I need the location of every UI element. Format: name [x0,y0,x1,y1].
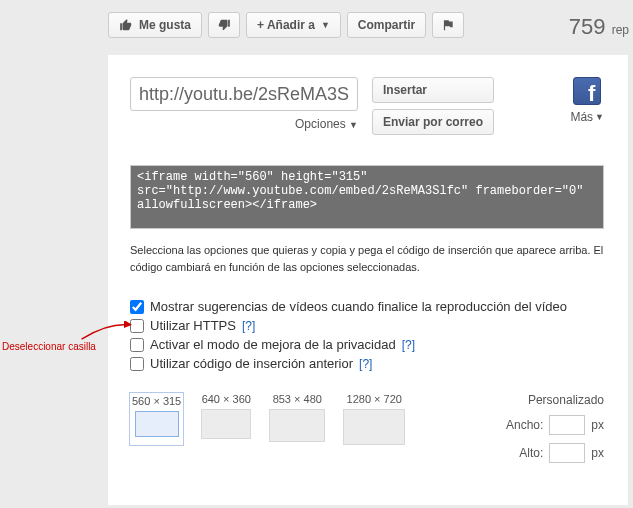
options-link[interactable]: Opciones ▼ [130,117,358,131]
option-privacy-mode[interactable]: Activar el modo de mejora de la privacid… [130,337,604,352]
size-thumb [269,409,325,442]
facebook-icon [573,77,601,105]
insert-button[interactable]: Insertar [372,77,494,103]
view-count-number: 759 [569,14,606,39]
like-button[interactable]: Me gusta [108,12,202,38]
checkbox-old-code[interactable] [130,357,144,371]
more-link[interactable]: Más ▼ [570,110,604,124]
size-option[interactable]: 560 × 315 [130,393,183,445]
view-count: 759 rep [569,14,629,40]
flag-button[interactable] [432,12,464,38]
size-label: 560 × 315 [132,395,181,407]
add-to-label: + Añadir a [257,18,315,32]
height-input[interactable] [549,443,585,463]
like-label: Me gusta [139,18,191,32]
width-label: Ancho: [506,418,543,432]
size-label: 1280 × 720 [343,393,405,405]
chevron-down-icon: ▼ [321,20,330,30]
share-panel: Opciones ▼ Insertar Enviar por correo Má… [108,55,628,505]
size-thumb [201,409,251,439]
checkbox-use-https[interactable] [130,319,144,333]
help-icon[interactable]: [?] [402,338,415,352]
width-input[interactable] [549,415,585,435]
chevron-down-icon: ▼ [595,112,604,122]
annotation-text: Deseleccionar casilla [2,341,96,352]
facebook-share[interactable]: Más ▼ [570,77,604,124]
option-use-https[interactable]: Utilizar HTTPS [?] [130,318,604,333]
share-button[interactable]: Compartir [347,12,426,38]
thumbs-down-icon [217,18,231,32]
checkbox-show-suggestions[interactable] [130,300,144,314]
embed-options: Mostrar sugerencias de vídeos cuando fin… [130,299,604,371]
thumbs-up-icon [119,18,133,32]
size-label: 853 × 480 [269,393,325,405]
share-label: Compartir [358,18,415,32]
size-option[interactable]: 1280 × 720 [343,393,405,445]
share-url-input[interactable] [130,77,358,111]
size-thumb [343,409,405,445]
email-button[interactable]: Enviar por correo [372,109,494,135]
help-icon[interactable]: [?] [359,357,372,371]
size-option[interactable]: 853 × 480 [269,393,325,445]
unit-label-h: px [591,446,604,460]
size-picker: 560 × 315640 × 360853 × 4801280 × 720 Pe… [130,393,604,463]
dislike-button[interactable] [208,12,240,38]
option-old-code[interactable]: Utilizar código de inserción anterior [?… [130,356,604,371]
option-show-suggestions[interactable]: Mostrar sugerencias de vídeos cuando fin… [130,299,604,314]
action-bar: Me gusta + Añadir a ▼ Compartir 759 rep [108,8,633,42]
size-option[interactable]: 640 × 360 [201,393,251,445]
checkbox-privacy-mode[interactable] [130,338,144,352]
unit-label-w: px [591,418,604,432]
embed-help-text: Selecciona las opciones que quieras y co… [130,242,604,275]
custom-title: Personalizado [506,393,604,407]
view-count-suffix: rep [612,23,629,37]
help-icon[interactable]: [?] [242,319,255,333]
custom-size: Personalizado Ancho: px Alto: px [506,393,604,463]
flag-icon [441,18,455,32]
size-label: 640 × 360 [201,393,251,405]
height-label: Alto: [519,446,543,460]
embed-code-textarea[interactable]: <iframe width="560" height="315" src="ht… [130,165,604,229]
chevron-down-icon: ▼ [349,120,358,130]
add-to-button[interactable]: + Añadir a ▼ [246,12,341,38]
size-thumb [135,411,179,437]
